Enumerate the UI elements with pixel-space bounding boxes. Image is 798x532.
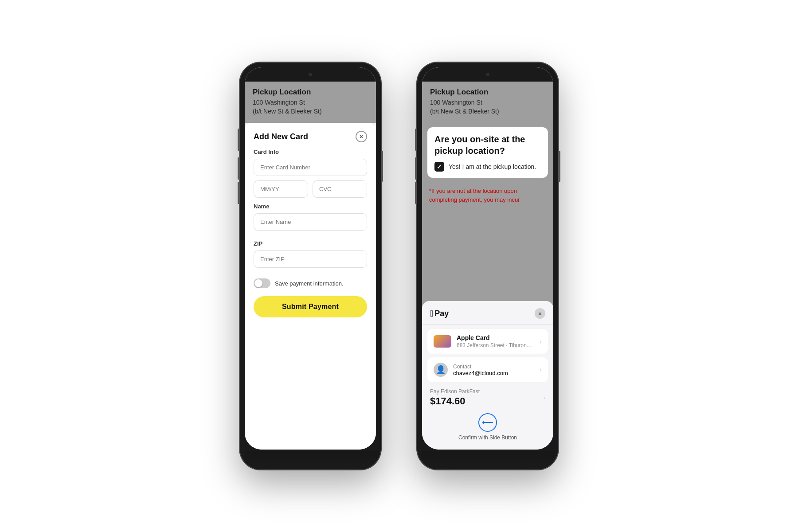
apple-card-address: 683 Jefferson Street · Tiburon... — [457, 342, 540, 348]
modal-header: Add New Card × — [254, 131, 367, 142]
save-payment-label: Save payment information. — [275, 280, 344, 287]
contact-avatar: 👤 — [434, 363, 448, 377]
phone-1: Pickup Location 100 Washington St (b/t N… — [239, 62, 381, 470]
pickup-address-1: 100 Washington St (b/t New St & Bleeker … — [253, 98, 368, 116]
add-card-modal: Add New Card × Card Info Name ZIP — [245, 123, 376, 450]
zip-label: ZIP — [254, 240, 367, 247]
save-payment-toggle[interactable] — [254, 278, 270, 288]
contact-label: Contact — [453, 364, 540, 370]
contact-email: chavez4@icloud.com — [453, 370, 540, 376]
pickup-header-1: Pickup Location 100 Washington St (b/t N… — [245, 82, 376, 123]
name-group: Name — [254, 203, 367, 235]
apple-card-info: Apple Card 683 Jefferson Street · Tiburo… — [457, 334, 540, 348]
phone-1-reflection — [245, 451, 378, 465]
close-modal-button[interactable]: × — [356, 131, 367, 142]
merchant-name: Pay Edison ParkFast — [430, 388, 543, 395]
amount-chevron-icon: › — [543, 394, 545, 401]
zip-group: ZIP — [254, 240, 367, 272]
phone-2-screen: Pickup Location 100 Washington St (b/t N… — [422, 67, 553, 450]
phone-2-reflection — [422, 451, 555, 465]
expiry-input[interactable] — [254, 180, 308, 198]
name-label: Name — [254, 203, 367, 210]
notch-2 — [466, 70, 510, 79]
contact-chevron-icon: › — [540, 366, 542, 373]
contact-info: Contact chavez4@icloud.com — [453, 364, 540, 376]
pickup-address-2: 100 Washington St (b/t New St & Bleeker … — [430, 98, 545, 116]
applepay-logo:  Pay — [430, 309, 449, 319]
person-icon: 👤 — [436, 365, 446, 375]
card-number-input[interactable] — [254, 159, 367, 176]
phone-1-screen: Pickup Location 100 Washington St (b/t N… — [245, 67, 376, 450]
apple-card-chevron-icon: › — [540, 338, 542, 345]
confirm-button-area: ⟵ Confirm with Side Button — [422, 407, 553, 442]
side-button-arrow-icon: ⟵ — [482, 418, 493, 427]
save-payment-row: Save payment information. — [254, 278, 367, 288]
confirm-label: Confirm with Side Button — [458, 434, 517, 441]
applepay-close-button[interactable]: × — [535, 308, 545, 319]
contact-option[interactable]: 👤 Contact chavez4@icloud.com › — [427, 357, 548, 382]
pickup-header-2: Pickup Location 100 Washington St (b/t N… — [422, 82, 553, 123]
apple-icon:  — [430, 309, 433, 319]
toggle-knob — [254, 279, 262, 287]
checkmark-icon: ✓ — [437, 163, 442, 170]
zip-input[interactable] — [254, 250, 367, 268]
onsite-checkbox-row: ✓ Yes! I am at the pickup location. — [434, 162, 541, 172]
applepay-sheet:  Pay × Apple Card 683 Jefferson Street … — [422, 301, 553, 450]
applepay-logo-text: Pay — [434, 309, 449, 318]
notch-1 — [288, 70, 332, 79]
apple-card-option[interactable]: Apple Card 683 Jefferson Street · Tiburo… — [427, 329, 548, 354]
apple-card-name: Apple Card — [457, 334, 540, 341]
onsite-checkbox[interactable]: ✓ — [434, 162, 444, 172]
onsite-checkbox-text: Yes! I am at the pickup location. — [449, 163, 536, 170]
expiry-cvc-row — [254, 180, 367, 198]
apple-card-icon — [434, 335, 451, 348]
card-info-group: Card Info — [254, 149, 367, 198]
camera-dot-2 — [486, 73, 489, 76]
onsite-card: Are you on-site at the pickup location? … — [427, 127, 548, 178]
pickup-title-1: Pickup Location — [253, 88, 368, 97]
applepay-header:  Pay × — [422, 301, 553, 325]
modal-title: Add New Card — [254, 132, 308, 141]
side-button-icon: ⟵ — [478, 413, 497, 432]
submit-payment-button[interactable]: Submit Payment — [254, 296, 367, 317]
pickup-screen-2: Are you on-site at the pickup location? … — [422, 123, 553, 450]
phone-2: Pickup Location 100 Washington St (b/t N… — [417, 62, 559, 470]
pay-amount-row[interactable]: Pay Edison ParkFast $174.60 › — [422, 382, 553, 407]
pay-amount: $174.60 — [430, 395, 543, 407]
card-info-label: Card Info — [254, 149, 367, 155]
cvc-input[interactable] — [313, 180, 367, 198]
name-input[interactable] — [254, 213, 367, 231]
onsite-question: Are you on-site at the pickup location? — [434, 133, 541, 156]
pay-merchant: Pay Edison ParkFast $174.60 — [430, 388, 543, 407]
camera-dot-1 — [309, 73, 312, 76]
warning-text: *If you are not at the location upon com… — [422, 182, 553, 208]
pickup-title-2: Pickup Location — [430, 88, 545, 97]
notch-bar-2 — [422, 67, 553, 82]
notch-bar-1 — [245, 67, 376, 82]
